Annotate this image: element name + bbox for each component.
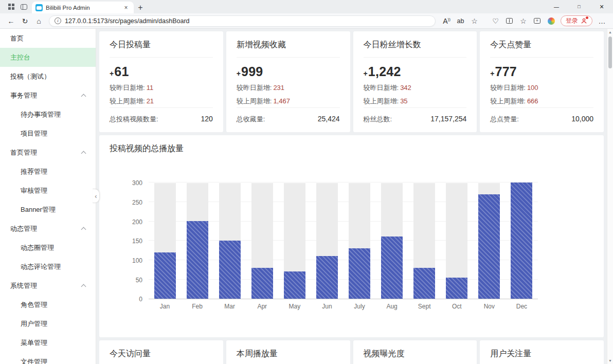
- extension-icon[interactable]: [544, 14, 558, 27]
- favorites-bar-icon[interactable]: ☆: [516, 14, 530, 27]
- split-screen-icon[interactable]: [502, 14, 516, 27]
- sidebar-item-todo[interactable]: 待办事项管理: [0, 105, 96, 124]
- stat-card-4: 今天点赞量+777较昨日新增:100较上周新增:666总点赞量:10,000: [480, 31, 604, 132]
- refresh-button[interactable]: ↻: [18, 14, 32, 27]
- bottom-card-2: 本周播放量: [226, 340, 350, 364]
- stat-delta-row: 较昨日新增:100: [490, 83, 593, 93]
- delta-label: 较上周新增:: [490, 97, 526, 105]
- stat-card-title: 今日粉丝增长数: [364, 40, 467, 58]
- browser-essentials-icon[interactable]: ♡: [489, 14, 502, 27]
- workspace-glyph: [21, 4, 27, 10]
- sidebar-item-project[interactable]: 项目管理: [0, 124, 96, 143]
- y-axis-label: 50: [136, 277, 142, 284]
- browser-tab[interactable]: Bilibili Pro Admin ×: [32, 2, 134, 13]
- minimize-button[interactable]: —: [545, 0, 568, 13]
- tab-actions-icon[interactable]: [5, 1, 17, 13]
- delta-value: 1,467: [273, 97, 290, 105]
- settings-more-icon[interactable]: …: [595, 14, 609, 27]
- chart-category-Feb: Feb: [181, 183, 213, 299]
- stat-value: 1,242: [368, 64, 401, 79]
- bar-Apr[interactable]: [251, 268, 273, 299]
- grid-glyph: [8, 4, 11, 6]
- stat-delta-row: 较上周新增:21: [110, 97, 213, 106]
- close-button[interactable]: ×: [590, 0, 613, 13]
- chart-category-Jan: Jan: [149, 183, 181, 299]
- sidebar-item-homepage[interactable]: 首页管理: [0, 143, 96, 162]
- bar-Mar[interactable]: [219, 241, 241, 299]
- login-button[interactable]: 登录: [561, 15, 592, 26]
- sidebar-item-label: 待办事项管理: [21, 110, 61, 119]
- chart-category-July: July: [343, 183, 375, 299]
- delta-label: 较昨日新增:: [490, 84, 526, 92]
- home-button[interactable]: ⌂: [32, 14, 46, 27]
- sidebar-item-menu[interactable]: 菜单管理: [0, 333, 96, 352]
- sidebar-item-affairs[interactable]: 事务管理: [0, 86, 96, 105]
- stat-main-value: +999: [237, 64, 340, 79]
- maximize-button[interactable]: □: [568, 0, 590, 13]
- stat-footer-value: 120: [201, 115, 212, 123]
- y-axis: 050100150200250300: [116, 183, 149, 299]
- dashboard-app: 首页主控台投稿（测试）事务管理待办事项管理项目管理首页管理推荐管理审核管理Ban…: [0, 29, 613, 364]
- sidebar-item-label: 角色管理: [21, 300, 47, 310]
- bar-Jun[interactable]: [316, 256, 338, 299]
- workspaces-icon[interactable]: [17, 1, 30, 13]
- sidebar-item-home[interactable]: 首页: [0, 29, 96, 48]
- favorite-star-icon[interactable]: ☆: [467, 14, 481, 27]
- new-tab-button[interactable]: +: [134, 2, 147, 13]
- bar-Dec[interactable]: [511, 183, 532, 299]
- chart-category-May: May: [278, 183, 311, 299]
- collections-icon[interactable]: [530, 14, 544, 27]
- translate-icon[interactable]: ab: [454, 14, 467, 27]
- bar-Jan[interactable]: [154, 252, 176, 299]
- gridline: [149, 182, 538, 183]
- sidebar-item-label: 文件管理: [21, 357, 47, 364]
- bar-May[interactable]: [284, 271, 305, 299]
- bar-Nov[interactable]: [478, 194, 500, 299]
- sidebar-item-review[interactable]: 审核管理: [0, 181, 96, 200]
- y-axis-label: 0: [139, 296, 142, 303]
- scrollbar-thumb[interactable]: [608, 37, 612, 68]
- delta-label: 较上周新增:: [237, 97, 272, 105]
- bar-Sept[interactable]: [413, 268, 435, 299]
- stat-footer-value: 25,424: [318, 115, 340, 123]
- sidebar-item-user[interactable]: 用户管理: [0, 314, 96, 333]
- bottom-card-title: 用户关注量: [490, 349, 593, 364]
- scroll-down-arrow-icon[interactable]: ▼: [607, 357, 613, 364]
- stat-delta-row: 较昨日新增:342: [364, 83, 467, 93]
- sidebar-item-recommend[interactable]: 推荐管理: [0, 162, 96, 181]
- bar-Feb[interactable]: [187, 221, 208, 299]
- read-aloud-icon[interactable]: A)): [440, 14, 454, 27]
- sidebar-item-banner[interactable]: Banner管理: [0, 200, 96, 219]
- y-axis-label: 250: [132, 199, 142, 206]
- sidebar-item-dynamic-comment[interactable]: 动态评论管理: [0, 257, 96, 276]
- sidebar-item-console[interactable]: 主控台: [0, 48, 96, 67]
- x-axis-label: Feb: [192, 303, 203, 310]
- url-bar[interactable]: i 127.0.0.1:5173/src/pages/admin/dashBoa…: [49, 15, 436, 27]
- back-button[interactable]: ←: [4, 14, 18, 27]
- split-glyph: [506, 18, 513, 24]
- bar-Oct[interactable]: [446, 278, 467, 299]
- bottom-card-4: 用户关注量: [480, 340, 604, 364]
- sidebar-item-system[interactable]: 系统管理: [0, 276, 96, 295]
- sidebar-item-dynamic-circle[interactable]: 动态圈管理: [0, 238, 96, 257]
- y-axis-label: 200: [132, 219, 142, 226]
- page-scrollbar[interactable]: ▲ ▼: [607, 29, 613, 364]
- sidebar-item-label: 系统管理: [10, 281, 37, 290]
- bar-July[interactable]: [349, 248, 370, 299]
- delta-value: 35: [400, 97, 407, 105]
- plus-sign: +: [110, 69, 114, 79]
- sidebar-item-post-test[interactable]: 投稿（测试）: [0, 67, 96, 86]
- site-info-icon[interactable]: i: [55, 17, 61, 24]
- tab-close-icon[interactable]: ×: [122, 4, 130, 11]
- delta-label: 较昨日新增:: [364, 84, 399, 92]
- stat-card-2: 新增视频收藏+999较昨日新增:231较上周新增:1,467总收藏量:25,42…: [226, 31, 350, 132]
- sidebar-item-dynamic[interactable]: 动态管理: [0, 219, 96, 238]
- profile-person-icon: [581, 17, 587, 24]
- delta-value: 342: [400, 84, 411, 92]
- sidebar-collapse-handle[interactable]: ‹: [93, 189, 100, 203]
- sidebar-item-role[interactable]: 角色管理: [0, 295, 96, 314]
- sidebar-item-file[interactable]: 文件管理: [0, 352, 96, 364]
- scroll-up-arrow-icon[interactable]: ▲: [607, 29, 613, 35]
- stat-footer-label: 粉丝总数:: [364, 115, 392, 124]
- bar-Aug[interactable]: [381, 236, 403, 299]
